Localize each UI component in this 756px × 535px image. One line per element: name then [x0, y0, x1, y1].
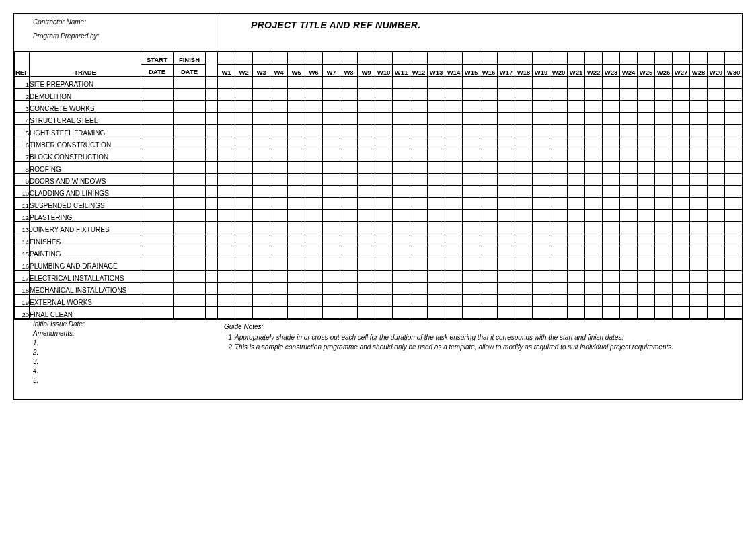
week-cell [603, 258, 620, 271]
week-cell [305, 210, 323, 222]
week-cell [270, 125, 288, 137]
week-cell [585, 89, 603, 101]
week-cell [690, 77, 708, 89]
week-cell [410, 149, 428, 162]
week-cell [253, 162, 270, 174]
table-row: 18MECHANICAL INSTALLATIONS [15, 283, 743, 295]
ref-cell: 12 [15, 210, 30, 222]
week-cell [603, 137, 620, 149]
week-cell [270, 77, 288, 89]
week-header-upper [480, 52, 498, 65]
week-cell [270, 89, 288, 101]
week-header: W12 [410, 65, 428, 77]
week-cell [463, 222, 480, 234]
guide-note-num: 1 [224, 333, 232, 343]
trade-cell: CONCRETE WORKS [30, 101, 141, 113]
week-cell [323, 271, 340, 283]
week-cell [533, 162, 550, 174]
week-cell [410, 174, 428, 186]
col-trade-header: TRADE [30, 52, 141, 77]
table-row: 11SUSPENDED CEILINGS [15, 198, 743, 210]
week-cell [655, 174, 673, 186]
week-cell [288, 271, 305, 283]
week-cell [358, 125, 375, 137]
week-cell [603, 77, 620, 89]
gap-cell [206, 283, 218, 295]
week-cell [480, 234, 498, 246]
week-cell [288, 210, 305, 222]
week-cell [673, 101, 690, 113]
week-cell [515, 271, 533, 283]
week-cell [410, 271, 428, 283]
week-header: W30 [725, 65, 743, 77]
week-cell [585, 186, 603, 198]
week-cell [673, 295, 690, 307]
week-header: W22 [585, 65, 603, 77]
week-cell [655, 198, 673, 210]
week-cell [533, 271, 550, 283]
week-cell [428, 258, 445, 271]
week-header: W21 [568, 65, 585, 77]
week-cell [410, 307, 428, 319]
week-cell [410, 162, 428, 174]
week-cell [393, 198, 410, 210]
week-cell [253, 89, 270, 101]
week-cell [655, 162, 673, 174]
week-cell [358, 137, 375, 149]
week-cell [393, 137, 410, 149]
week-cell [270, 295, 288, 307]
week-cell [708, 77, 725, 89]
week-cell [410, 186, 428, 198]
week-cell [638, 271, 655, 283]
week-cell [690, 89, 708, 101]
trade-cell: DOORS AND WINDOWS [30, 174, 141, 186]
week-cell [393, 186, 410, 198]
week-cell [358, 246, 375, 258]
week-cell [445, 186, 463, 198]
finish-date-cell [174, 89, 206, 101]
week-cell [515, 222, 533, 234]
week-cell [428, 89, 445, 101]
week-cell [288, 222, 305, 234]
trade-cell: DEMOLITION [30, 89, 141, 101]
week-cell [218, 125, 235, 137]
week-cell [550, 222, 568, 234]
start-date-cell [141, 137, 174, 149]
start-date-cell [141, 246, 174, 258]
week-cell [655, 271, 673, 283]
week-cell [445, 271, 463, 283]
week-cell [603, 149, 620, 162]
week-cell [603, 295, 620, 307]
week-cell [253, 222, 270, 234]
week-cell [550, 198, 568, 210]
week-cell [445, 307, 463, 319]
week-cell [603, 222, 620, 234]
week-cell [725, 89, 743, 101]
week-cell [585, 149, 603, 162]
week-cell [428, 186, 445, 198]
week-cell [533, 234, 550, 246]
week-cell [375, 186, 393, 198]
ref-cell: 17 [15, 271, 30, 283]
gap-cell [206, 307, 218, 319]
week-cell [568, 113, 585, 125]
week-cell [235, 222, 253, 234]
header-section: Contractor Name: Program Prepared by: PR… [14, 14, 742, 52]
week-cell [585, 137, 603, 149]
programme-sheet: Contractor Name: Program Prepared by: PR… [13, 13, 743, 400]
ref-cell: 16 [15, 258, 30, 271]
trade-cell: JOINERY AND FIXTURES [30, 222, 141, 234]
week-cell [498, 234, 515, 246]
week-cell [673, 271, 690, 283]
finish-date-cell [174, 222, 206, 234]
week-cell [235, 101, 253, 113]
gap-cell [206, 198, 218, 210]
week-cell [253, 186, 270, 198]
amendment-line: 2. [33, 348, 215, 357]
ref-cell: 3 [15, 101, 30, 113]
week-header: W11 [393, 65, 410, 77]
week-cell [725, 283, 743, 295]
programme-grid: REF TRADE START FINISH DATE DATE W1W2W3W… [14, 52, 743, 319]
finish-date-cell [174, 198, 206, 210]
week-cell [270, 234, 288, 246]
